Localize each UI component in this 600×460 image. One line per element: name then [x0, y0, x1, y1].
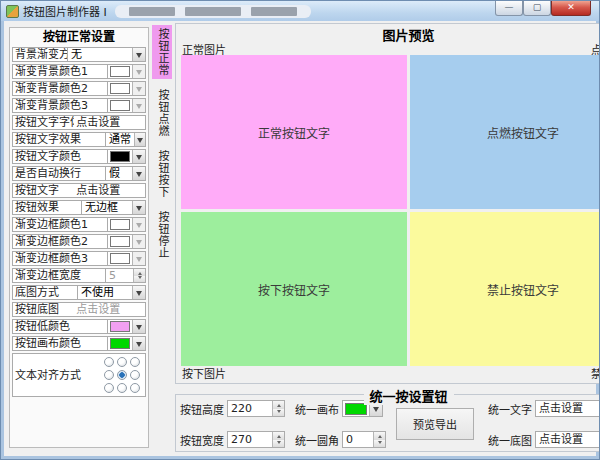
word-wrap-dropdown[interactable]: 假: [105, 167, 145, 180]
color-swatch: [110, 151, 130, 162]
base-image-mode-dropdown[interactable]: 不使用: [77, 286, 145, 299]
align-radio-top-left[interactable]: [104, 357, 114, 367]
chevron-down-icon[interactable]: [132, 167, 145, 180]
maximize-button[interactable]: ▢: [523, 1, 551, 16]
setting-label: 渐变背景颜色2: [13, 82, 107, 95]
button-effect-dropdown[interactable]: 无边框: [81, 201, 145, 214]
button-text-setter[interactable]: 点击设置: [74, 184, 145, 197]
setting-label: 按钮文字效果: [13, 133, 105, 146]
gradient-border-color1-dropdown: [107, 218, 145, 231]
button-font-setter[interactable]: 点击设置: [74, 116, 145, 129]
spinner-down-icon[interactable]: [273, 440, 284, 448]
setting-label: 按钮文字颜色: [13, 150, 107, 163]
spinner-buttons: [133, 269, 145, 282]
preview-quadrant-disabled: 禁止按钮文字: [410, 212, 600, 366]
titlebar: 按钮图片制作器 I — ▢ ✕: [1, 1, 599, 21]
unified-text-field[interactable]: 点击设置: [535, 400, 600, 417]
unified-text-column: 统一文字 点击设置 统一底图 点击设置: [488, 400, 600, 448]
setting-row-gradient-bg-color2: 渐变背景颜色2: [12, 81, 146, 96]
spinner-up-icon[interactable]: [374, 432, 385, 440]
quadrant-label: 点燃按钮文字: [487, 124, 559, 141]
setting-row-gradient-border-color3: 渐变边框颜色3: [12, 251, 146, 266]
setting-row-gradient-bg-color3: 渐变背景颜色3: [12, 98, 146, 113]
setting-label: 按钮画布颜色: [13, 337, 107, 350]
window-controls: — ▢ ✕: [495, 1, 591, 16]
align-radio-top-center[interactable]: [117, 357, 127, 367]
setting-row-button-text: 按钮文字 点击设置: [12, 183, 146, 198]
app-window: 按钮图片制作器 I — ▢ ✕ 按钮正常设置 背景渐变方式 无 渐变背景颜色1: [0, 0, 600, 460]
canvas-color-dropdown[interactable]: [107, 337, 145, 350]
tab-button-stopped[interactable]: 按钮停止: [152, 208, 172, 262]
unified-image-label: 统一底图: [488, 432, 532, 448]
chevron-down-icon[interactable]: [132, 48, 145, 61]
tab-button-normal[interactable]: 按钮正常: [152, 25, 172, 79]
setting-label: 按钮文字: [13, 184, 74, 197]
setting-label: 按钮文字字体: [13, 116, 74, 129]
unified-image-field[interactable]: 点击设置: [535, 431, 600, 448]
preview-export-button[interactable]: 预览导出: [396, 408, 474, 440]
chevron-down-icon[interactable]: [132, 320, 145, 333]
spinner-up-icon[interactable]: [273, 432, 284, 440]
chevron-down-icon[interactable]: [132, 286, 145, 299]
spinner-down-icon[interactable]: [374, 440, 385, 448]
button-height-label: 按钮高度: [180, 401, 224, 417]
dropdown-value: 无: [68, 48, 132, 61]
spinner-up-icon[interactable]: [273, 401, 284, 409]
chevron-down-icon[interactable]: [132, 201, 145, 214]
align-radio-middle-right[interactable]: [130, 370, 140, 380]
color-swatch: [110, 253, 130, 264]
chevron-down-icon[interactable]: [132, 337, 145, 350]
align-radio-middle-left[interactable]: [104, 370, 114, 380]
close-button[interactable]: ✕: [551, 1, 591, 16]
redacted-text: [129, 7, 175, 16]
tab-button-lit[interactable]: 按钮点燃: [152, 86, 172, 140]
spinner-value: 5: [106, 269, 133, 282]
app-icon: [6, 5, 19, 18]
preview-title: 图片预览: [181, 25, 600, 41]
setting-label: 渐变边框颜色3: [13, 252, 107, 265]
button-low-color-dropdown[interactable]: [107, 320, 145, 333]
chevron-down-icon: [132, 99, 145, 112]
setting-label: 按钮底图: [13, 303, 74, 316]
setting-row-text-align: 文本对齐方式: [12, 353, 146, 397]
setting-row-text-color: 按钮文字颜色: [12, 149, 146, 164]
setting-label: 按钮效果: [13, 201, 81, 214]
align-radio-bottom-center[interactable]: [117, 383, 127, 393]
button-width-spinner[interactable]: 270: [227, 431, 285, 448]
unified-corner-spinner[interactable]: 0: [342, 431, 386, 448]
align-radio-top-right[interactable]: [130, 357, 140, 367]
color-swatch: [110, 219, 130, 230]
normal-image-label: 正常图片: [182, 41, 226, 55]
text-color-dropdown[interactable]: [107, 150, 145, 163]
setting-row-button-font: 按钮文字字体 点击设置: [12, 115, 146, 130]
unified-settings-controls: 按钮高度 220 按钮宽度: [180, 400, 600, 448]
spinner-down-icon: [134, 276, 145, 283]
preview-quadrant-normal: 正常按钮文字: [181, 55, 407, 209]
setting-row-border-width: 渐变边框宽度 5: [12, 268, 146, 283]
chevron-down-icon[interactable]: [132, 150, 145, 163]
gradient-border-color2-dropdown: [107, 235, 145, 248]
preview-quadrant-pressed: 按下按钮文字: [181, 212, 407, 366]
spinner-value: 0: [343, 432, 373, 447]
align-radio-bottom-left[interactable]: [104, 383, 114, 393]
dropdown-value: 不使用: [78, 286, 132, 299]
bg-gradient-mode-dropdown[interactable]: 无: [67, 48, 145, 61]
button-height-spinner[interactable]: 220: [227, 400, 285, 417]
text-effect-dropdown[interactable]: 通常: [105, 133, 145, 146]
align-radio-bottom-right[interactable]: [130, 383, 140, 393]
setting-row-word-wrap: 是否自动换行 假: [12, 166, 146, 181]
setting-label: 渐变边框宽度: [13, 269, 105, 282]
chevron-down-icon: [132, 82, 145, 95]
setting-label: 渐变边框颜色1: [13, 218, 107, 231]
spinner-down-icon[interactable]: [273, 409, 284, 417]
preview-group: 图片预览 正常图片 点燃图片 正常按钮文字 点燃按钮文字 按下按钮文字: [175, 23, 600, 384]
chevron-down-icon[interactable]: [134, 133, 145, 146]
preview-top-labels: 正常图片 点燃图片: [181, 41, 600, 55]
color-swatch: [110, 321, 130, 332]
color-swatch: [110, 100, 130, 111]
minimize-button[interactable]: —: [495, 1, 523, 16]
align-radio-middle-center[interactable]: [117, 370, 127, 380]
setting-row-text-effect: 按钮文字效果 通常: [12, 132, 146, 147]
unified-text-row: 统一文字 点击设置: [488, 400, 600, 417]
tab-button-pressed[interactable]: 按钮按下: [152, 147, 172, 201]
